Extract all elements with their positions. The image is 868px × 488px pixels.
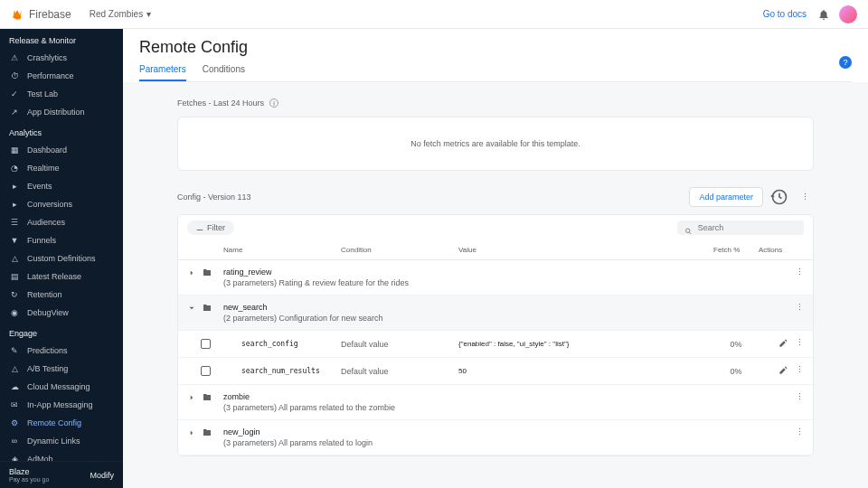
sidebar-label: Retention xyxy=(27,290,62,299)
sidebar-label: In-App Messaging xyxy=(27,400,93,409)
sidebar-label: Cloud Messaging xyxy=(27,382,90,391)
group-name: zombie (3 parameters) All params related… xyxy=(223,392,567,412)
history-icon[interactable] xyxy=(770,188,788,206)
sidebar-item[interactable]: ✓Test Lab xyxy=(0,85,123,103)
modify-plan-link[interactable]: Modify xyxy=(90,471,114,480)
group-name: rating_review (3 parameters) Rating & re… xyxy=(223,267,567,287)
chevron-right-icon[interactable] xyxy=(187,428,196,439)
firebase-logo[interactable]: Firebase xyxy=(11,8,71,21)
sidebar-label: Conversions xyxy=(27,200,72,209)
sidebar-label: Latest Release xyxy=(27,272,81,281)
bell-icon[interactable] xyxy=(817,8,830,21)
sidebar-item[interactable]: ◔Realtime xyxy=(0,159,123,177)
param-row: search_config Default value {"enabled" :… xyxy=(178,331,813,358)
sidebar: Release & Monitor⚠Crashlytics⏱Performanc… xyxy=(0,29,123,488)
sidebar-item[interactable]: ∞Dynamic Links xyxy=(0,432,123,450)
sidebar-item[interactable]: ◉DebugView xyxy=(0,304,123,322)
sidebar-label: Dashboard xyxy=(27,145,67,155)
flame-icon xyxy=(11,8,24,21)
plan-sub: Pay as you go xyxy=(9,476,49,483)
param-fetch: 0% xyxy=(713,340,759,349)
param-name: search_num_results xyxy=(223,367,341,375)
sidebar-icon: ∞ xyxy=(9,436,20,446)
brand-text: Firebase xyxy=(29,8,71,21)
sidebar-item[interactable]: ↗App Distribution xyxy=(0,103,123,121)
sidebar-icon: ◉ xyxy=(9,307,20,318)
page-title: Remote Config xyxy=(139,38,852,57)
config-table: ⚊ Filter Name Condition Value Fetch % Ac… xyxy=(177,214,814,456)
docs-link[interactable]: Go to docs xyxy=(763,9,807,19)
filter-icon: ⚊ xyxy=(196,223,203,232)
sidebar-item[interactable]: ⚠Crashlytics xyxy=(0,49,123,67)
group-row: new_search (2 parameters) Configuration … xyxy=(178,296,813,331)
param-condition: Default value xyxy=(341,367,458,376)
sidebar-item[interactable]: ▼Funnels xyxy=(0,231,123,249)
info-icon[interactable]: i xyxy=(269,99,278,108)
sidebar-icon: ▤ xyxy=(9,271,20,282)
more-icon[interactable]: ⋮ xyxy=(796,267,804,277)
chevron-right-icon[interactable] xyxy=(187,268,196,279)
tab[interactable]: Conditions xyxy=(203,64,245,81)
main-content: Remote Config ? ParametersConditions Fet… xyxy=(123,29,868,488)
edit-icon[interactable] xyxy=(778,365,788,377)
folder-icon xyxy=(202,267,212,280)
sidebar-item[interactable]: ☰Audiences xyxy=(0,213,123,231)
param-fetch: 0% xyxy=(713,367,759,376)
sidebar-item[interactable]: ▸Conversions xyxy=(0,195,123,213)
checkbox[interactable] xyxy=(201,366,211,376)
sidebar-item[interactable]: △A/B Testing xyxy=(0,360,123,378)
sidebar-item[interactable]: △Custom Definitions xyxy=(0,249,123,267)
add-parameter-button[interactable]: Add parameter xyxy=(689,187,763,207)
more-icon[interactable]: ⋮ xyxy=(796,188,814,206)
sidebar-icon: ⚙ xyxy=(9,418,20,428)
param-name: search_config xyxy=(223,340,341,348)
config-version: Config - Version 113 xyxy=(177,192,251,202)
sidebar-icon: △ xyxy=(9,253,20,264)
project-selector[interactable]: Red Zombies ▾ xyxy=(90,9,151,19)
metrics-card: No fetch metrics are available for this … xyxy=(177,117,814,171)
sidebar-item[interactable]: ▸Events xyxy=(0,177,123,195)
more-icon[interactable]: ⋮ xyxy=(796,427,804,436)
sidebar-item[interactable]: ▦Dashboard xyxy=(0,141,123,159)
sidebar-icon: ↻ xyxy=(9,289,20,300)
sidebar-item[interactable]: ⚙Remote Config xyxy=(0,414,123,432)
chevron-right-icon[interactable] xyxy=(187,393,196,404)
sidebar-icon: ↗ xyxy=(9,107,20,117)
sidebar-item[interactable]: ☁Cloud Messaging xyxy=(0,378,123,396)
sidebar-icon: ☁ xyxy=(9,381,20,392)
sidebar-item[interactable]: ⏱Performance xyxy=(0,67,123,85)
more-icon[interactable]: ⋮ xyxy=(796,365,804,377)
more-icon[interactable]: ⋮ xyxy=(796,303,804,312)
group-row: new_login (3 parameters) All params rela… xyxy=(178,420,813,455)
avatar[interactable] xyxy=(839,5,857,23)
help-icon[interactable]: ? xyxy=(839,56,852,69)
sidebar-icon: ✓ xyxy=(9,89,20,99)
plan-name: Blaze xyxy=(9,467,49,476)
sidebar-item[interactable]: ✎Predictions xyxy=(0,342,123,360)
param-value: {"enabled" : false, "ui_style" : "list"} xyxy=(458,340,713,348)
sidebar-icon: ◔ xyxy=(9,163,20,174)
sidebar-icon: ⏱ xyxy=(9,70,20,81)
group-row: rating_review (3 parameters) Rating & re… xyxy=(178,260,813,296)
sidebar-item[interactable]: ✉In-App Messaging xyxy=(0,396,123,414)
chevron-down-icon[interactable] xyxy=(187,304,196,314)
filter-button[interactable]: ⚊ Filter xyxy=(187,221,234,235)
sidebar-label: Dynamic Links xyxy=(27,436,80,446)
sidebar-icon: ▸ xyxy=(9,199,20,210)
search-wrap xyxy=(677,221,804,235)
more-icon[interactable]: ⋮ xyxy=(796,392,804,401)
tab[interactable]: Parameters xyxy=(139,64,186,81)
sidebar-label: App Distribution xyxy=(27,108,85,117)
edit-icon[interactable] xyxy=(778,338,788,350)
sidebar-label: Audiences xyxy=(27,218,65,227)
folder-icon xyxy=(202,427,212,440)
more-icon[interactable]: ⋮ xyxy=(796,338,804,350)
sidebar-icon: ▦ xyxy=(9,145,20,155)
sidebar-icon: △ xyxy=(9,363,20,374)
sidebar-item[interactable]: ▤Latest Release xyxy=(0,267,123,286)
sidebar-label: Test Lab xyxy=(27,89,58,99)
folder-icon xyxy=(202,392,212,405)
search-input[interactable] xyxy=(698,223,797,232)
checkbox[interactable] xyxy=(201,339,211,349)
sidebar-item[interactable]: ↻Retention xyxy=(0,286,123,304)
